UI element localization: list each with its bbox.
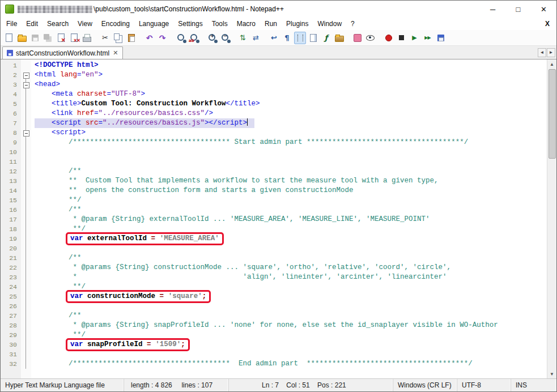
menu-settings[interactable]: Settings xyxy=(173,18,207,29)
redo-button[interactable] xyxy=(156,32,168,44)
code-line-6: 6 <link href="../resources/basics.css"/> xyxy=(1,109,547,118)
function-list-button[interactable] xyxy=(320,32,332,44)
fold-toggle-icon[interactable] xyxy=(21,80,31,90)
status-doc-type: Hyper Text Markup Language file xyxy=(1,379,124,391)
replace-button[interactable] xyxy=(188,32,199,44)
save-button[interactable] xyxy=(29,32,41,44)
line-number: 23 xyxy=(1,272,21,282)
show-all-characters-button[interactable] xyxy=(281,32,293,44)
find-button[interactable] xyxy=(175,32,186,44)
menu-edit[interactable]: Edit xyxy=(22,18,42,29)
scrollbar-track[interactable] xyxy=(547,69,556,369)
close-button[interactable] xyxy=(55,32,67,44)
save-recorded-macro-button[interactable] xyxy=(435,32,447,44)
maximize-button[interactable]: □ xyxy=(505,1,531,18)
copy-icon xyxy=(113,33,123,42)
tab-scroll-left-icon[interactable]: ◄ xyxy=(538,48,546,57)
fold-margin xyxy=(21,224,31,234)
code-text: <script src="../resources/basics.js"></s… xyxy=(31,118,547,128)
scroll-up-icon[interactable]: ▲ xyxy=(547,59,556,69)
new-file-icon xyxy=(4,33,14,42)
code-text: var constructionMode = 'square'; xyxy=(31,292,547,301)
code-line-11: 11 xyxy=(1,157,547,167)
word-wrap-icon xyxy=(269,33,279,42)
document-map-icon xyxy=(308,33,318,42)
zoom-out-button[interactable] xyxy=(219,32,231,44)
plugin-button[interactable] xyxy=(351,32,363,44)
fold-toggle-icon[interactable] xyxy=(21,70,31,80)
cut-button[interactable] xyxy=(99,32,111,44)
status-eol-format[interactable]: Windows (CR LF) xyxy=(393,379,457,391)
print-button[interactable] xyxy=(81,32,93,44)
stop-recording-button[interactable] xyxy=(396,32,407,44)
vertical-scrollbar[interactable]: ▲ ▼ xyxy=(547,59,556,378)
notepad-plus-plus-window: \pub\custom_tools\startConstructionWorkf… xyxy=(0,0,557,392)
scroll-down-icon[interactable]: ▼ xyxy=(547,369,556,378)
line-number: 30 xyxy=(1,340,21,350)
playback-button[interactable] xyxy=(409,32,420,44)
menu-encoding[interactable]: Encoding xyxy=(97,18,134,29)
status-insert-mode[interactable]: INS xyxy=(511,379,556,391)
code-line-9: 9 /*************************************… xyxy=(1,138,547,147)
menu-plugins[interactable]: Plugins xyxy=(282,18,313,29)
menu-search[interactable]: Search xyxy=(42,18,73,29)
toolbar-separator xyxy=(232,33,236,43)
scrollbar-thumb[interactable] xyxy=(549,69,556,159)
folder-as-workspace-button[interactable] xyxy=(333,32,345,44)
open-folder-icon xyxy=(17,33,27,42)
fold-margin xyxy=(21,253,31,263)
menu-tools[interactable]: Tools xyxy=(207,18,232,29)
menu-view[interactable]: View xyxy=(73,18,97,29)
status-encoding[interactable]: UTF-8 xyxy=(457,379,511,391)
code-line-14: 14 ** opens the construction form and st… xyxy=(1,186,547,195)
code-text: * @params {String} constructionMode ... … xyxy=(31,263,547,272)
current-line-highlight: <script src="../resources/basics.js"></s… xyxy=(35,118,254,128)
code-text: /** xyxy=(31,311,547,321)
status-bar: Hyper Text Markup Language file length :… xyxy=(1,378,556,391)
undo-button[interactable] xyxy=(143,32,155,44)
menu-help[interactable]: ? xyxy=(346,18,359,29)
fold-margin xyxy=(21,321,31,330)
new-file-button[interactable] xyxy=(3,32,15,44)
tab-label: startConstructionWorkflow.html xyxy=(16,49,109,57)
close-all-button[interactable] xyxy=(68,32,80,44)
sync-vertical-scroll-button[interactable] xyxy=(237,32,249,44)
menubar-close-x[interactable]: X xyxy=(538,20,556,28)
tab-close-icon[interactable]: ✕ xyxy=(112,50,118,56)
fold-margin xyxy=(21,244,31,253)
annotation-red-box: var externalToolId = 'MEASURE_AREA' xyxy=(66,232,224,245)
document-monitoring-button[interactable] xyxy=(364,32,376,44)
menu-run[interactable]: Run xyxy=(260,18,282,29)
fold-margin xyxy=(21,292,31,301)
save-all-button[interactable] xyxy=(42,32,54,44)
line-number: 17 xyxy=(1,215,21,224)
code-text: <title>Custom Tool: Construction Workflo… xyxy=(31,99,547,109)
open-file-button[interactable] xyxy=(16,32,28,44)
paste-button[interactable] xyxy=(125,32,137,44)
fold-toggle-icon[interactable] xyxy=(21,128,31,138)
menu-window[interactable]: Window xyxy=(313,18,346,29)
title-bar[interactable]: \pub\custom_tools\startConstructionWorkf… xyxy=(1,1,556,18)
word-wrap-button[interactable] xyxy=(268,32,280,44)
editor: 1<!DOCTYPE html>2<html lang="en">3<head>… xyxy=(1,59,556,378)
fold-margin xyxy=(21,167,31,176)
menu-language[interactable]: Language xyxy=(134,18,173,29)
sync-horizontal-scroll-button[interactable] xyxy=(250,32,262,44)
run-macro-multiple-times-button[interactable] xyxy=(422,32,433,44)
tab-start-construction-workflow[interactable]: startConstructionWorkflow.html ✕ xyxy=(2,46,123,59)
zoom-in-button[interactable] xyxy=(206,32,218,44)
show-indent-guide-button[interactable] xyxy=(294,32,306,44)
minimize-button[interactable]: ─ xyxy=(480,1,505,18)
tab-scroll-right-icon[interactable]: ► xyxy=(547,48,555,57)
document-map-button[interactable] xyxy=(307,32,319,44)
code-text: <script> xyxy=(31,128,547,138)
fold-margin xyxy=(21,99,31,109)
menu-macro[interactable]: Macro xyxy=(232,18,260,29)
code-area[interactable]: 1<!DOCTYPE html>2<html lang="en">3<head>… xyxy=(1,59,547,378)
copy-button[interactable] xyxy=(112,32,124,44)
line-number: 26 xyxy=(1,301,21,311)
close-button[interactable]: ✕ xyxy=(531,1,556,18)
print-icon xyxy=(82,33,92,42)
menu-file[interactable]: File xyxy=(2,18,22,29)
start-recording-button[interactable] xyxy=(382,32,394,44)
